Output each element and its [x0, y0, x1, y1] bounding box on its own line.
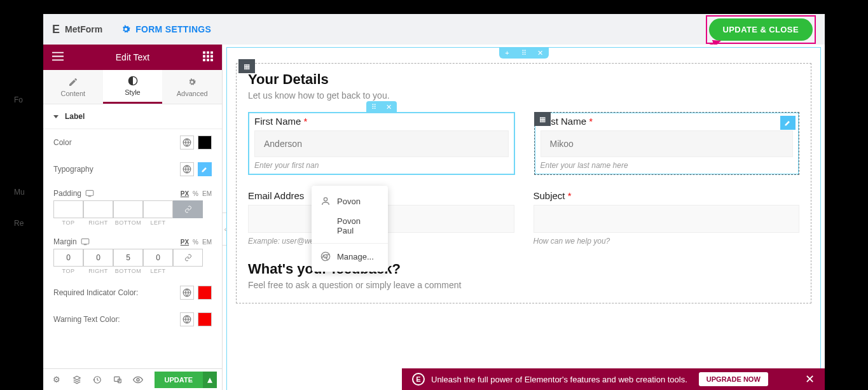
last-name-widget[interactable]: Last Name * Enter your last name here	[535, 113, 799, 174]
grid-icon[interactable]	[203, 52, 213, 64]
unit-pct[interactable]: %	[193, 190, 198, 197]
drag-icon: ▦	[539, 115, 546, 123]
close-icon[interactable]: ✕	[805, 372, 815, 386]
canvas-scroll[interactable]: + ⠿ ✕ ▦ Your Details Let us know how to …	[223, 45, 825, 390]
responsive-icon[interactable]	[109, 372, 126, 388]
control-required-color: Required Indicator Color:	[43, 279, 222, 306]
section-toggle-label[interactable]: Label	[43, 104, 222, 129]
required-star: *	[568, 190, 572, 201]
sidebar-footer: ⚙ UPDATE ▴	[43, 368, 222, 390]
globe-icon[interactable]	[180, 162, 194, 176]
layers-icon[interactable]	[69, 372, 85, 388]
update-dropdown[interactable]: ▴	[203, 372, 217, 388]
close-section-icon[interactable]: ✕	[532, 47, 549, 59]
globe-icon[interactable]	[180, 286, 194, 300]
drag-section-icon[interactable]: ⠿	[516, 47, 532, 59]
autocomplete-popup: Povon Povon Paul Manage...	[312, 186, 388, 272]
padding-right-input[interactable]	[83, 200, 113, 218]
tab-label: Style	[125, 88, 140, 96]
svg-rect-2	[52, 56, 64, 57]
svg-rect-17	[81, 239, 89, 244]
padding-inputs	[53, 200, 212, 218]
update-button[interactable]: UPDATE	[155, 372, 203, 388]
control-label: Color	[53, 138, 72, 147]
add-section-icon[interactable]: +	[499, 47, 516, 59]
subject-input[interactable]	[534, 205, 800, 233]
control-padding: Padding PX % EM	[43, 183, 222, 199]
edit-widget-button[interactable]	[780, 116, 796, 130]
first-name-input[interactable]	[254, 130, 509, 157]
unit-px[interactable]: PX	[181, 239, 189, 246]
close-column-icon[interactable]: ✕	[382, 101, 397, 113]
form-settings-button[interactable]: FORM SETTINGS	[120, 24, 211, 35]
section-label: Label	[65, 112, 85, 121]
promo-bar: E Unleash the full power of Elementor's …	[402, 368, 825, 390]
update-close-button[interactable]: UPDATE & CLOSE	[709, 18, 813, 41]
hamburger-icon[interactable]	[52, 52, 64, 63]
unit-pct[interactable]: %	[193, 239, 198, 246]
tab-content[interactable]: Content	[43, 70, 103, 104]
edit-typography-button[interactable]	[198, 162, 212, 176]
panel-body: Label Color Typography	[43, 104, 222, 368]
section-selected[interactable]: + ⠿ ✕ ▦ Your Details Let us know how to …	[226, 47, 821, 390]
autocomplete-option[interactable]: Povon	[312, 191, 388, 211]
section-subtitle: Let us know how to get back to you.	[248, 90, 799, 101]
brand: E MetForm	[52, 23, 102, 36]
panel-title: Edit Text	[116, 52, 149, 62]
color-swatch[interactable]	[198, 312, 212, 326]
preview-icon[interactable]	[130, 372, 146, 388]
drag-handle[interactable]: ▦	[238, 59, 255, 73]
history-icon[interactable]	[89, 372, 106, 388]
margin-right-input[interactable]	[83, 249, 113, 267]
upgrade-button[interactable]: UPGRADE NOW	[699, 372, 768, 386]
svg-rect-5	[207, 52, 209, 54]
first-name-widget[interactable]: First Name * Enter your first nan	[249, 113, 514, 174]
control-label: Required Indicator Color:	[53, 288, 138, 297]
settings-icon[interactable]: ⚙	[48, 372, 65, 388]
svg-rect-12	[210, 59, 213, 62]
field-note: Enter your first nan	[254, 161, 509, 170]
padding-top-input[interactable]	[53, 200, 83, 218]
responsive-icon[interactable]	[81, 238, 90, 246]
svg-point-22	[137, 379, 139, 381]
gear-icon	[120, 24, 132, 35]
margin-bottom-input[interactable]	[113, 249, 143, 267]
option-label: Povon	[337, 197, 361, 206]
column-first-name[interactable]: ⠿ ✕ First Name * Enter your first nan	[248, 112, 515, 175]
globe-icon[interactable]	[180, 312, 194, 326]
last-name-input[interactable]	[541, 130, 794, 157]
drag-handle[interactable]: ▦	[534, 112, 551, 126]
color-swatch[interactable]	[198, 286, 212, 300]
tab-advanced[interactable]: Advanced	[162, 70, 222, 104]
autocomplete-manage[interactable]: Manage...	[312, 246, 388, 267]
metform-modal: E MetForm FORM SETTINGS UPDATE & CLOSE	[43, 14, 825, 390]
column-last-name[interactable]: ▦ Last Name * Enter your last name here	[534, 112, 800, 175]
required-star: *	[304, 116, 308, 127]
option-label: Povon Paul	[337, 216, 379, 235]
margin-top-input[interactable]	[53, 249, 83, 267]
padding-link-toggle[interactable]	[173, 200, 203, 218]
unit-em[interactable]: EM	[202, 239, 212, 246]
bg-item: Fo	[14, 95, 23, 104]
column-subject[interactable]: Subject * How can we help you?	[534, 190, 800, 246]
control-label: Padding	[53, 189, 94, 198]
responsive-icon[interactable]	[85, 190, 94, 197]
tab-style[interactable]: Style	[103, 70, 163, 104]
padding-bottom-input[interactable]	[113, 200, 143, 218]
unit-em[interactable]: EM	[202, 190, 212, 197]
autocomplete-option[interactable]: Povon Paul	[312, 211, 388, 240]
caret-down-icon	[53, 115, 59, 118]
margin-link-toggle[interactable]	[173, 249, 203, 267]
units: PX % EM	[181, 190, 212, 197]
pencil-icon	[68, 77, 78, 87]
unit-px[interactable]: PX	[181, 190, 189, 197]
section-title: Your Details	[248, 71, 799, 88]
globe-icon[interactable]	[180, 136, 194, 150]
svg-rect-1	[52, 52, 64, 53]
padding-left-input[interactable]	[143, 200, 173, 218]
drag-column-icon[interactable]: ⠿	[366, 101, 382, 113]
inner-section[interactable]: Your Details Let us know how to get back…	[236, 63, 811, 303]
margin-left-input[interactable]	[143, 249, 173, 267]
color-swatch[interactable]	[198, 136, 212, 150]
control-warning-color: Warning Text Color:	[43, 306, 222, 333]
